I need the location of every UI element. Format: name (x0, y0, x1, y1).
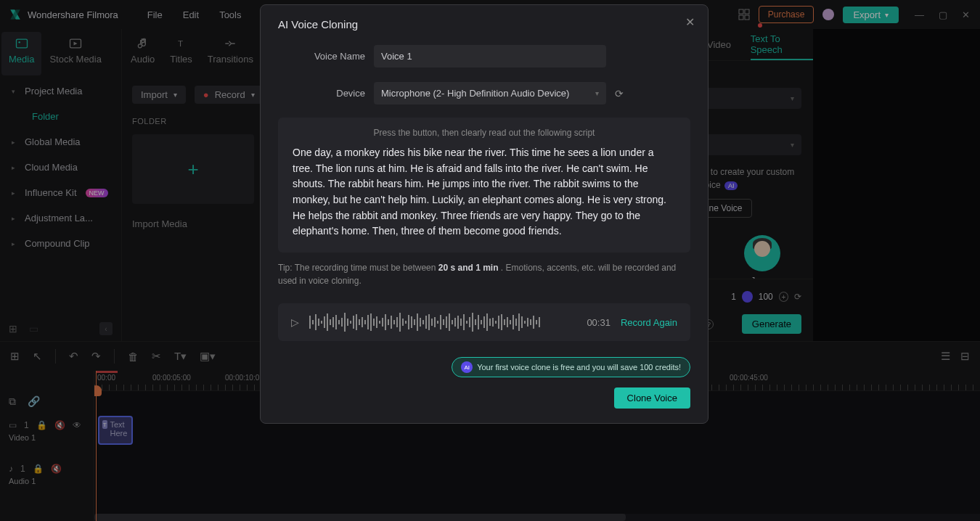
script-box: Press the button, then clearly read out … (278, 118, 690, 253)
play-recording-icon[interactable]: ▷ (291, 316, 299, 328)
script-text: One day, a monkey rides his bike near th… (293, 145, 676, 239)
device-select[interactable]: Microphone (2- High Definition Audio Dev… (374, 82, 606, 104)
modal-close-icon[interactable]: ✕ (685, 15, 695, 29)
modal-title: AI Voice Cloning (278, 18, 690, 30)
ai-voice-cloning-modal: AI Voice Cloning ✕ Voice Name Device Mic… (260, 4, 709, 424)
voice-name-input[interactable] (374, 45, 606, 67)
recording-duration: 00:31 (587, 317, 611, 328)
ai-icon: AI (461, 361, 473, 373)
voice-name-label: Voice Name (278, 51, 365, 62)
record-again-button[interactable]: Record Again (621, 317, 677, 328)
recording-row: ▷ 00:31 Record Again (278, 303, 690, 341)
clone-voice-button[interactable]: Clone Voice (614, 387, 690, 409)
script-hint: Press the button, then clearly read out … (293, 128, 676, 138)
device-label: Device (278, 88, 365, 99)
promo-pill: AI Your first voice clone is free and yo… (452, 357, 690, 377)
refresh-devices-icon[interactable]: ⟳ (615, 88, 624, 99)
waveform[interactable] (309, 312, 576, 332)
recording-tip: Tip: The recording time must be between … (278, 261, 690, 287)
